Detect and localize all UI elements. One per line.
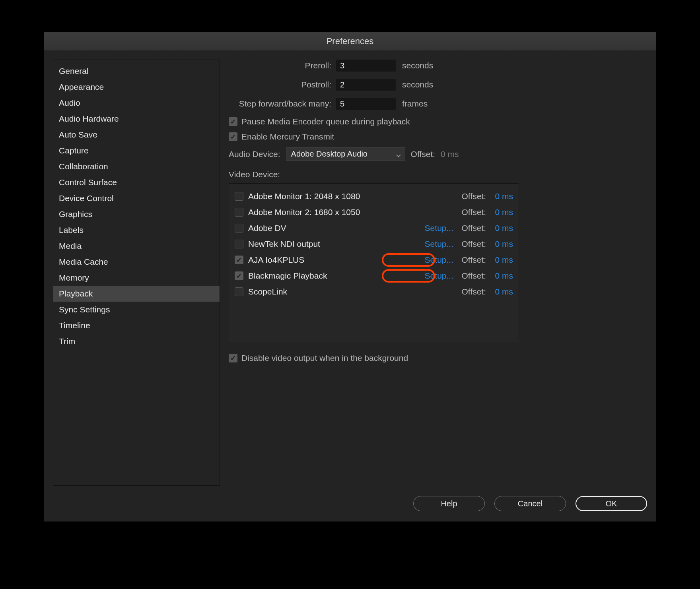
- audio-device-label: Audio Device:: [229, 149, 280, 159]
- postroll-suffix: seconds: [402, 80, 433, 89]
- video-device-checkbox[interactable]: [235, 208, 243, 217]
- preferences-dialog: Preferences GeneralAppearanceAudioAudio …: [44, 32, 656, 522]
- video-device-offset-label: Offset:: [458, 271, 486, 281]
- preroll-label: Preroll:: [229, 61, 336, 70]
- sidebar-item-trim[interactable]: Trim: [53, 333, 220, 349]
- sidebar-item-sync-settings[interactable]: Sync Settings: [53, 302, 220, 318]
- dialog-title: Preferences: [44, 32, 656, 51]
- video-device-offset-value[interactable]: 0 ms: [491, 223, 513, 233]
- sidebar-item-media-cache[interactable]: Media Cache: [53, 254, 220, 270]
- step-input[interactable]: [336, 98, 396, 110]
- video-device-name: NewTek NDI output: [248, 239, 320, 249]
- main-panel: Preroll: seconds Postroll: seconds Step …: [229, 60, 647, 486]
- pause-check-label: Pause Media Encoder queue during playbac…: [241, 117, 410, 126]
- video-device-checkbox[interactable]: [235, 224, 243, 232]
- audio-device-select[interactable]: Adobe Desktop Audio ⌵: [286, 147, 405, 161]
- video-device-row: Adobe Monitor 1: 2048 x 1080Offset:0 ms: [235, 188, 513, 204]
- sidebar-item-audio[interactable]: Audio: [53, 95, 220, 111]
- sidebar-item-labels[interactable]: Labels: [53, 222, 220, 238]
- help-button[interactable]: Help: [413, 496, 485, 511]
- video-device-list: Adobe Monitor 1: 2048 x 1080Offset:0 msA…: [229, 183, 519, 342]
- postroll-label: Postroll:: [229, 80, 336, 89]
- disable-bg-check-label: Disable video output when in the backgro…: [241, 353, 408, 363]
- sidebar-item-device-control[interactable]: Device Control: [53, 190, 220, 206]
- video-device-offset-value[interactable]: 0 ms: [491, 239, 513, 249]
- video-device-offset-label: Offset:: [458, 192, 486, 201]
- video-device-checkbox[interactable]: [235, 192, 243, 201]
- postroll-input[interactable]: [336, 79, 396, 91]
- video-device-offset-value[interactable]: 0 ms: [491, 271, 513, 281]
- dialog-footer: Help Cancel OK: [44, 486, 656, 521]
- sidebar-item-auto-save[interactable]: Auto Save: [53, 127, 220, 143]
- dialog-content: GeneralAppearanceAudioAudio HardwareAuto…: [44, 51, 656, 486]
- postroll-row: Postroll: seconds: [229, 79, 647, 91]
- step-row: Step forward/back many: frames: [229, 98, 647, 110]
- sidebar-item-memory[interactable]: Memory: [53, 270, 220, 286]
- audio-offset-value: 0 ms: [441, 149, 459, 159]
- video-device-checkbox[interactable]: [235, 271, 243, 280]
- mercury-check-row[interactable]: Enable Mercury Transmit: [229, 132, 647, 141]
- mercury-checkbox[interactable]: [229, 132, 237, 141]
- video-device-offset-value[interactable]: 0 ms: [491, 287, 513, 296]
- video-device-row: Adobe DVSetup...Offset:0 ms: [235, 220, 513, 236]
- video-device-offset-value[interactable]: 0 ms: [491, 207, 513, 217]
- sidebar-item-control-surface[interactable]: Control Surface: [53, 174, 220, 190]
- ok-button[interactable]: OK: [576, 496, 647, 511]
- video-device-offset-label: Offset:: [458, 223, 486, 233]
- sidebar-item-graphics[interactable]: Graphics: [53, 206, 220, 222]
- video-device-offset-label: Offset:: [458, 287, 486, 296]
- video-device-row: Blackmagic PlaybackSetup...Offset:0 ms: [235, 268, 513, 284]
- sidebar-item-general[interactable]: General: [53, 63, 220, 79]
- video-device-row: NewTek NDI outputSetup...Offset:0 ms: [235, 236, 513, 252]
- video-device-setup-link[interactable]: Setup...: [418, 255, 453, 265]
- disable-bg-check-row[interactable]: Disable video output when in the backgro…: [229, 353, 647, 363]
- video-device-checkbox[interactable]: [235, 240, 243, 248]
- step-label: Step forward/back many:: [229, 99, 336, 108]
- preroll-input[interactable]: [336, 60, 396, 72]
- pause-check-row[interactable]: Pause Media Encoder queue during playbac…: [229, 117, 647, 126]
- video-device-name: Adobe Monitor 2: 1680 x 1050: [248, 207, 360, 217]
- audio-device-row: Audio Device: Adobe Desktop Audio ⌵ Offs…: [229, 147, 647, 161]
- preroll-row: Preroll: seconds: [229, 60, 647, 72]
- video-device-row: AJA Io4KPLUSSetup...Offset:0 ms: [235, 252, 513, 268]
- video-device-checkbox[interactable]: [235, 287, 243, 296]
- video-device-name: Adobe Monitor 1: 2048 x 1080: [248, 192, 360, 201]
- chevron-down-icon: ⌵: [396, 149, 401, 159]
- video-device-row: Adobe Monitor 2: 1680 x 1050Offset:0 ms: [235, 204, 513, 220]
- cancel-button[interactable]: Cancel: [494, 496, 566, 511]
- disable-bg-checkbox[interactable]: [229, 354, 237, 362]
- video-device-offset-label: Offset:: [458, 239, 486, 249]
- video-device-label: Video Device:: [229, 170, 647, 179]
- video-device-checkbox[interactable]: [235, 256, 243, 264]
- sidebar-item-playback[interactable]: Playback: [53, 286, 220, 302]
- pause-checkbox[interactable]: [229, 117, 237, 126]
- video-device-name: AJA Io4KPLUS: [248, 255, 304, 265]
- mercury-check-label: Enable Mercury Transmit: [241, 132, 334, 141]
- video-device-row: ScopeLinkOffset:0 ms: [235, 284, 513, 300]
- video-device-setup-link[interactable]: Setup...: [418, 271, 453, 281]
- video-device-setup-link[interactable]: Setup...: [418, 223, 453, 233]
- video-device-offset-value[interactable]: 0 ms: [491, 255, 513, 265]
- sidebar-item-appearance[interactable]: Appearance: [53, 79, 220, 95]
- video-device-name: Adobe DV: [248, 223, 286, 233]
- audio-device-value: Adobe Desktop Audio: [291, 149, 368, 159]
- step-suffix: frames: [402, 99, 428, 108]
- sidebar-item-capture[interactable]: Capture: [53, 143, 220, 159]
- video-device-name: Blackmagic Playback: [248, 271, 327, 281]
- sidebar-item-collaboration[interactable]: Collaboration: [53, 159, 220, 174]
- video-device-offset-value[interactable]: 0 ms: [491, 192, 513, 201]
- preroll-suffix: seconds: [402, 61, 433, 70]
- sidebar: GeneralAppearanceAudioAudio HardwareAuto…: [53, 60, 220, 486]
- sidebar-item-timeline[interactable]: Timeline: [53, 318, 220, 333]
- sidebar-item-media[interactable]: Media: [53, 238, 220, 254]
- video-device-offset-label: Offset:: [458, 255, 486, 265]
- sidebar-item-audio-hardware[interactable]: Audio Hardware: [53, 111, 220, 127]
- video-device-offset-label: Offset:: [458, 207, 486, 217]
- video-device-setup-link[interactable]: Setup...: [418, 239, 453, 249]
- video-device-name: ScopeLink: [248, 287, 287, 296]
- audio-offset-label: Offset:: [411, 149, 435, 159]
